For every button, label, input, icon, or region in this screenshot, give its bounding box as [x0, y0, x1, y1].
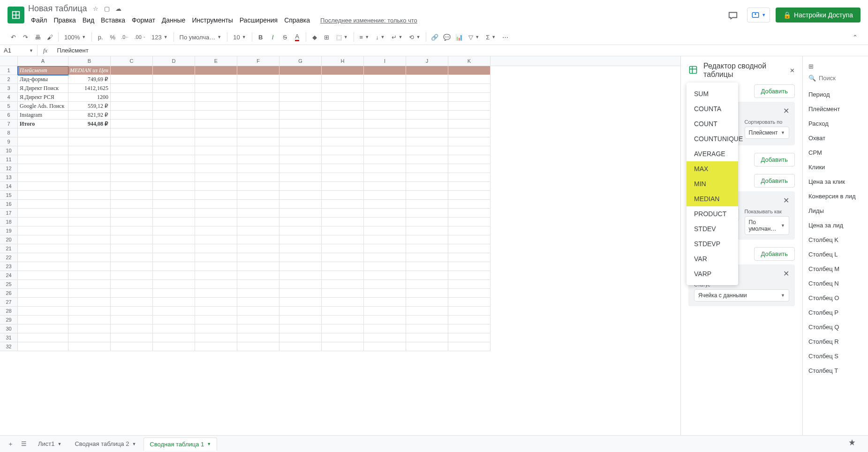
remove-value-field-button[interactable]: ✕ — [783, 196, 789, 205]
cell[interactable] — [111, 182, 153, 191]
increase-decimal-button[interactable]: .00→ — [133, 31, 148, 43]
sort-by-select[interactable]: Плейсмент▼ — [745, 127, 790, 139]
cell[interactable] — [279, 235, 322, 244]
cell[interactable] — [322, 111, 364, 120]
cell[interactable] — [111, 262, 153, 271]
cell[interactable] — [406, 66, 448, 75]
row-header[interactable]: 25 — [0, 280, 18, 289]
sheet-tab[interactable]: Сводная таблица 1▼ — [143, 437, 217, 443]
cell[interactable] — [237, 226, 279, 235]
cell[interactable] — [406, 262, 448, 271]
cell[interactable] — [237, 244, 279, 253]
column-header-E[interactable]: E — [195, 56, 237, 66]
cell[interactable] — [18, 137, 68, 146]
column-header-J[interactable]: J — [406, 56, 448, 66]
cloud-icon[interactable]: ☁ — [115, 5, 121, 12]
row-header[interactable]: 29 — [0, 316, 18, 324]
cell[interactable] — [406, 111, 448, 120]
cell[interactable] — [322, 324, 364, 333]
cell[interactable] — [364, 66, 406, 75]
cell[interactable] — [68, 298, 111, 307]
cell[interactable] — [195, 66, 237, 75]
cell[interactable] — [364, 120, 406, 128]
paint-format-button[interactable]: 🖌 — [44, 31, 55, 43]
row-header[interactable]: 5 — [0, 102, 18, 111]
cell[interactable] — [111, 209, 153, 218]
cell[interactable] — [18, 316, 68, 324]
cell[interactable] — [322, 289, 364, 298]
cell[interactable]: MEDIAN из Цен — [68, 66, 111, 75]
cell[interactable] — [68, 173, 111, 182]
cell[interactable]: Я.Директ Поиск — [18, 84, 68, 93]
add-values-button[interactable]: Добавить — [754, 174, 795, 188]
select-all-corner[interactable] — [0, 56, 18, 66]
cell[interactable] — [364, 289, 406, 298]
cell[interactable] — [195, 111, 237, 120]
row-header[interactable]: 10 — [0, 146, 18, 155]
cell[interactable] — [448, 84, 491, 93]
cell[interactable] — [448, 307, 491, 316]
fields-search[interactable]: 🔍 — [807, 73, 864, 83]
number-format-select[interactable]: 123▼ — [149, 31, 171, 43]
cell[interactable] — [111, 164, 153, 173]
cell[interactable] — [364, 280, 406, 289]
cell[interactable] — [279, 155, 322, 164]
filter-button[interactable]: ▽▼ — [466, 31, 482, 43]
cell[interactable] — [364, 137, 406, 146]
cell[interactable] — [406, 200, 448, 209]
cell[interactable] — [237, 200, 279, 209]
cell[interactable] — [237, 182, 279, 191]
cell[interactable]: 1200 — [68, 93, 111, 102]
menu-расширения[interactable]: Расширения — [237, 15, 280, 26]
cell[interactable]: Google Ads. Поиск — [18, 102, 68, 111]
cell[interactable] — [68, 253, 111, 262]
cell[interactable] — [111, 235, 153, 244]
cell[interactable] — [448, 253, 491, 262]
cell[interactable] — [406, 164, 448, 173]
cell[interactable] — [68, 235, 111, 244]
cell[interactable] — [18, 146, 68, 155]
cell[interactable] — [111, 93, 153, 102]
cell[interactable] — [448, 280, 491, 289]
row-header[interactable]: 27 — [0, 298, 18, 307]
row-header[interactable]: 7 — [0, 120, 18, 128]
cell[interactable] — [406, 102, 448, 111]
cell[interactable] — [279, 137, 322, 146]
aggregate-option-product[interactable]: PRODUCT — [687, 206, 738, 221]
cell[interactable]: Я.Директ РСЯ — [18, 93, 68, 102]
row-header[interactable]: 12 — [0, 164, 18, 173]
cell[interactable] — [195, 289, 237, 298]
cell[interactable] — [406, 280, 448, 289]
cell[interactable] — [237, 271, 279, 280]
cell[interactable] — [18, 235, 68, 244]
aggregate-option-stdevp[interactable]: STDEVP — [687, 236, 738, 251]
cell[interactable] — [364, 253, 406, 262]
row-header[interactable]: 32 — [0, 342, 18, 351]
cell[interactable] — [111, 316, 153, 324]
cell[interactable] — [111, 271, 153, 280]
cell[interactable] — [237, 155, 279, 164]
all-sheets-button[interactable]: ☰ — [19, 437, 29, 443]
cell[interactable] — [364, 333, 406, 342]
redo-button[interactable]: ↷ — [20, 31, 31, 43]
cell[interactable] — [18, 253, 68, 262]
cell[interactable] — [364, 200, 406, 209]
zoom-select[interactable]: 100%▼ — [61, 31, 89, 43]
halign-button[interactable]: ≡▼ — [357, 31, 372, 43]
cell[interactable] — [279, 128, 322, 137]
cell[interactable] — [364, 271, 406, 280]
cell[interactable] — [322, 75, 364, 84]
cell[interactable] — [153, 155, 195, 164]
cell[interactable] — [322, 253, 364, 262]
cell[interactable] — [153, 226, 195, 235]
field-item[interactable]: Столбец K — [807, 233, 864, 247]
cell[interactable] — [448, 298, 491, 307]
cell[interactable] — [279, 84, 322, 93]
cell[interactable] — [111, 226, 153, 235]
cell[interactable] — [279, 173, 322, 182]
field-item[interactable]: CPM — [807, 145, 864, 160]
row-header[interactable]: 21 — [0, 244, 18, 253]
cell[interactable] — [279, 324, 322, 333]
cell[interactable] — [448, 271, 491, 280]
cell[interactable] — [195, 244, 237, 253]
